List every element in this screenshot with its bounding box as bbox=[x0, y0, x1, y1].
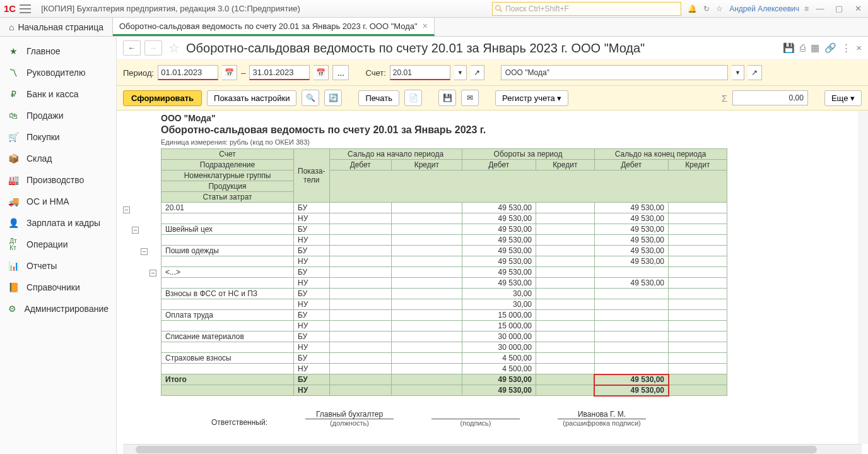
tree-toggle[interactable]: − bbox=[141, 248, 148, 255]
nav-hr[interactable]: 👤Зарплата и кадры bbox=[0, 212, 116, 234]
nav-label: Главное bbox=[26, 46, 61, 56]
col-account: Счет bbox=[161, 149, 294, 160]
show-settings-button[interactable]: Показать настройки bbox=[207, 90, 296, 106]
nav-production[interactable]: 🏭Производство bbox=[0, 169, 116, 191]
global-search[interactable]: Поиск Ctrl+Shift+F bbox=[492, 2, 681, 16]
svg-line-1 bbox=[500, 9, 502, 11]
nav-admin[interactable]: ⚙Администрирование bbox=[0, 298, 116, 320]
sig-name-lbl: (расшифровка подписи) bbox=[558, 419, 646, 427]
bell-icon[interactable]: 🔔 bbox=[688, 4, 697, 13]
nav-label: ОС и НМА bbox=[26, 196, 69, 206]
form-button[interactable]: Сформировать bbox=[123, 90, 202, 106]
nav-bank[interactable]: ₽Банк и касса bbox=[0, 83, 116, 105]
col-sub1: Подразделение bbox=[161, 160, 294, 170]
nav-purchases[interactable]: 🛒Покупки bbox=[0, 126, 116, 148]
mail-icon[interactable]: ✉ bbox=[461, 90, 479, 106]
date-from-input[interactable]: 01.01.2023 bbox=[158, 65, 218, 80]
preview-icon[interactable]: 📄 bbox=[404, 90, 422, 106]
col-turnover: Обороты за период bbox=[462, 149, 594, 160]
table-row[interactable]: НУ49 530,0049 530,00 bbox=[161, 235, 727, 246]
tab-home-label: Начальная страница bbox=[18, 22, 103, 32]
nav-catalogs[interactable]: 📙Справочники bbox=[0, 277, 116, 298]
nav-reports[interactable]: 📊Отчеты bbox=[0, 255, 116, 277]
col-sub2: Номенклатурные группы bbox=[161, 170, 294, 181]
nav-operations[interactable]: ДтКтОперации bbox=[0, 234, 116, 255]
table-row[interactable]: НУ4 500,00 bbox=[161, 364, 727, 374]
menu-icon[interactable] bbox=[20, 4, 31, 13]
tree-toggle[interactable]: − bbox=[132, 227, 139, 234]
account-dropdown-icon[interactable]: ▼ bbox=[454, 65, 467, 80]
account-input[interactable]: 20.01 bbox=[390, 65, 450, 80]
account-open-icon[interactable]: ↗ bbox=[471, 65, 484, 80]
table-row[interactable]: НУ49 530,0049 530,00 bbox=[161, 213, 727, 224]
tab-report[interactable]: Оборотно-сальдовая ведомость по счету 20… bbox=[113, 18, 435, 36]
more-button[interactable]: Еще ▾ bbox=[824, 90, 862, 106]
star-icon[interactable]: ☆ bbox=[716, 4, 723, 13]
table-row[interactable]: НУ30 000,00 bbox=[161, 342, 727, 353]
table-row[interactable]: Швейный цехБУ49 530,0049 530,00 bbox=[161, 224, 727, 235]
table-row[interactable]: Списание материаловБУ30 000,00 bbox=[161, 332, 727, 342]
link-icon[interactable]: 🔗 bbox=[824, 42, 836, 54]
period-picker-button[interactable]: ... bbox=[332, 65, 349, 80]
table-row[interactable]: НУ49 530,0049 530,00 bbox=[161, 256, 727, 267]
org-dropdown-icon[interactable]: ▼ bbox=[732, 65, 744, 80]
nav-warehouse[interactable]: 📦Склад bbox=[0, 148, 116, 169]
home-icon: ⌂ bbox=[9, 22, 14, 32]
sig-position: Главный бухгалтер bbox=[305, 410, 394, 419]
maximize-icon[interactable]: ▢ bbox=[831, 3, 847, 15]
report-area: ООО "Мода" Оборотно-сальдовая ведомость … bbox=[117, 111, 868, 444]
nav-label: Отчеты bbox=[26, 261, 57, 271]
org-input[interactable]: ООО "Мода" bbox=[501, 65, 728, 80]
org-open-icon[interactable]: ↗ bbox=[748, 65, 762, 80]
report-table[interactable]: Счет Показа- тели Сальдо на начало перио… bbox=[161, 148, 727, 396]
nav-label: Зарплата и кадры bbox=[26, 218, 100, 228]
titlebar-icons: 🔔 ↻ ☆ bbox=[688, 4, 723, 13]
tree-toggle[interactable]: − bbox=[123, 206, 130, 213]
account-label: Счет: bbox=[365, 68, 385, 78]
register-button[interactable]: Регистр учета ▾ bbox=[495, 90, 568, 106]
export-icon[interactable]: ▦ bbox=[811, 42, 819, 54]
close-page-icon[interactable]: × bbox=[856, 42, 862, 54]
print-button[interactable]: Печать bbox=[358, 90, 399, 106]
minimize-icon[interactable]: — bbox=[812, 3, 828, 15]
table-row[interactable]: НУ15 000,00 bbox=[161, 321, 727, 332]
date-to-input[interactable]: 31.01.2023 bbox=[249, 65, 310, 80]
table-row[interactable]: Взносы в ФСС от НС и ПЗБУ30,00 bbox=[161, 289, 727, 299]
col-debit: Дебет bbox=[329, 160, 392, 170]
close-icon[interactable]: ✕ bbox=[850, 3, 865, 15]
nav-manager[interactable]: 〽Руководителю bbox=[0, 62, 116, 83]
header-actions: 💾 ⎙ ▦ 🔗 ⋮ × bbox=[783, 42, 862, 54]
table-row[interactable]: <...>БУ49 530,00 bbox=[161, 267, 727, 278]
tree-toggle[interactable]: − bbox=[150, 270, 156, 277]
tab-close-icon[interactable]: × bbox=[423, 21, 428, 31]
nav-assets[interactable]: 🚚ОС и НМА bbox=[0, 191, 116, 212]
table-row[interactable]: Страховые взносыБУ4 500,00 bbox=[161, 353, 727, 364]
table-row[interactable]: Оплата трудаБУ15 000,00 bbox=[161, 310, 727, 321]
disk-icon[interactable]: 💾 bbox=[438, 90, 456, 106]
table-row[interactable]: НУ49 530,0049 530,00 bbox=[161, 278, 727, 289]
table-row[interactable]: Пошив одеждыБУ49 530,0049 530,00 bbox=[161, 246, 727, 256]
user-menu-icon[interactable]: ≡ bbox=[804, 4, 809, 13]
date-from-calendar-icon[interactable]: 📅 bbox=[222, 65, 237, 80]
current-user[interactable]: Андрей Алексеевич bbox=[729, 4, 799, 13]
col-indicators: Показа- тели bbox=[294, 149, 330, 203]
horizontal-scrollbar[interactable] bbox=[123, 444, 862, 454]
table-row[interactable]: НУ30,00 bbox=[161, 299, 727, 310]
save-icon[interactable]: 💾 bbox=[783, 42, 795, 54]
date-to-calendar-icon[interactable]: 📅 bbox=[314, 65, 329, 80]
tab-home[interactable]: ⌂ Начальная страница bbox=[0, 18, 113, 36]
nav-label: Склад bbox=[26, 153, 52, 164]
back-button[interactable]: ← bbox=[123, 40, 141, 56]
favorite-icon[interactable]: ☆ bbox=[168, 40, 180, 56]
nav-main[interactable]: ★Главное bbox=[0, 40, 116, 62]
print-icon[interactable]: ⎙ bbox=[800, 42, 806, 54]
history-icon[interactable]: ↻ bbox=[703, 4, 710, 13]
nav-label: Банк и касса bbox=[26, 89, 78, 99]
refresh-icon[interactable]: 🔄 bbox=[324, 90, 342, 106]
table-row[interactable]: 20.01БУ49 530,0049 530,00 bbox=[161, 203, 727, 213]
find-icon[interactable]: 🔍 bbox=[302, 90, 319, 106]
nav-sales[interactable]: 🛍Продажи bbox=[0, 105, 116, 126]
kebab-icon[interactable]: ⋮ bbox=[842, 42, 851, 54]
vertical-scrollbar[interactable] bbox=[858, 111, 868, 444]
forward-button[interactable]: → bbox=[144, 40, 162, 56]
